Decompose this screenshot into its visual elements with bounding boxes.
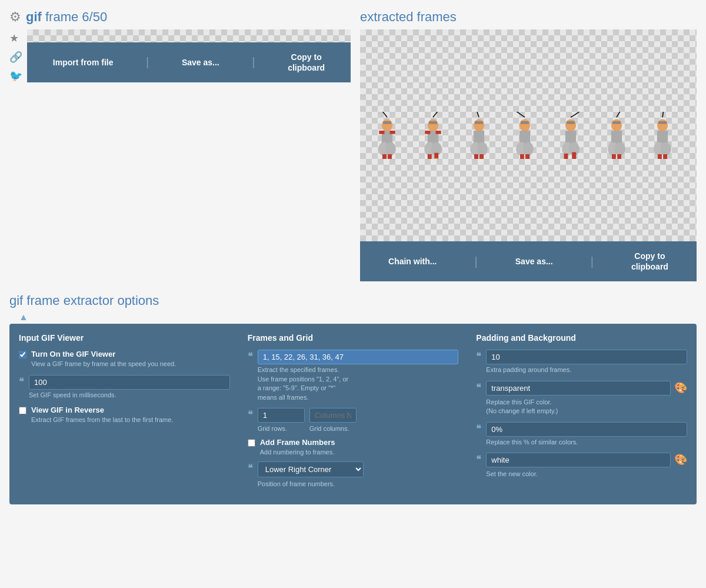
position-select[interactable]: Upper Left Corner Upper Right Corner Low… bbox=[258, 461, 364, 477]
right-action-bar: Chain with... | Save as... | Copy to cli… bbox=[360, 241, 697, 281]
svg-rect-54 bbox=[565, 131, 576, 144]
left-action-bar: Import from file | Save as... | Copy to … bbox=[27, 42, 351, 82]
turn-on-viewer-option: Turn On the GIF Viewer View a GIF frame … bbox=[19, 350, 176, 368]
frames-and-grid-title: Frames and Grid bbox=[248, 333, 459, 343]
new-color-palette-button[interactable]: 🎨 bbox=[674, 453, 687, 466]
grid-rows-label: Grid rows. bbox=[258, 425, 305, 432]
grid-rows-input[interactable] bbox=[258, 408, 305, 423]
svg-rect-64 bbox=[612, 154, 616, 159]
frames-desc: Extract the specified frames. Use frame … bbox=[258, 366, 459, 402]
star-icon[interactable]: ★ bbox=[9, 32, 22, 45]
gif-speed-input[interactable] bbox=[29, 375, 230, 390]
svg-point-70 bbox=[661, 142, 671, 155]
gif-speed-desc: Set GIF speed in milliseconds. bbox=[29, 391, 230, 400]
character-display bbox=[142, 29, 236, 31]
svg-rect-24 bbox=[388, 154, 392, 159]
turn-on-viewer-checkbox[interactable] bbox=[19, 351, 26, 358]
replace-color-input[interactable] bbox=[486, 381, 671, 396]
frame-thumb-7[interactable] bbox=[641, 109, 684, 162]
quote-icon-speed: ❝ bbox=[19, 376, 24, 387]
svg-point-45 bbox=[519, 119, 530, 132]
svg-rect-61 bbox=[611, 131, 622, 144]
new-color-desc: Set the new color. bbox=[486, 470, 687, 479]
page-title: gif frame 6/50 bbox=[26, 9, 107, 25]
collapse-arrow[interactable]: ▲ bbox=[9, 312, 697, 323]
svg-point-42 bbox=[477, 142, 488, 155]
frame-thumb-5[interactable] bbox=[550, 109, 592, 162]
svg-rect-53 bbox=[567, 121, 575, 124]
frame-thumb-3[interactable] bbox=[458, 109, 500, 162]
turn-on-viewer-desc: View a GIF frame by frame at the speed y… bbox=[31, 360, 176, 368]
svg-rect-67 bbox=[658, 121, 667, 124]
padding-desc: Extra padding around frames. bbox=[486, 366, 687, 374]
twitter-icon[interactable]: 🐦 bbox=[9, 69, 22, 82]
svg-point-37 bbox=[433, 158, 439, 159]
svg-rect-57 bbox=[564, 154, 568, 159]
svg-rect-72 bbox=[663, 154, 667, 159]
save-as-button-left[interactable]: Save as... bbox=[182, 57, 219, 68]
add-frame-numbers-checkbox[interactable] bbox=[248, 439, 255, 447]
copy-to-clipboard-button-right[interactable]: Copy to clipboard bbox=[631, 251, 668, 272]
svg-point-27 bbox=[428, 119, 438, 132]
frames-and-grid-col: Frames and Grid ❝ Extract the specified … bbox=[248, 333, 459, 494]
frame-thumb-6[interactable] bbox=[595, 109, 638, 162]
quote-icon-position: ❝ bbox=[248, 463, 253, 474]
add-frame-numbers-desc: Add numbering to frames. bbox=[260, 448, 335, 457]
side-toolbar: ★ 🔗 🐦 bbox=[9, 32, 22, 82]
svg-rect-60 bbox=[612, 121, 621, 124]
link-icon[interactable]: 🔗 bbox=[9, 51, 22, 64]
turn-on-viewer-label: Turn On the GIF Viewer bbox=[31, 350, 176, 358]
save-as-button-right[interactable]: Save as... bbox=[515, 256, 553, 267]
replace-color-desc: Replace this GIF color. (No change if le… bbox=[486, 398, 687, 416]
svg-rect-31 bbox=[436, 131, 441, 134]
svg-rect-35 bbox=[434, 153, 438, 159]
svg-rect-39 bbox=[475, 121, 483, 124]
frames-viewer bbox=[360, 29, 697, 241]
padding-input[interactable] bbox=[486, 350, 687, 364]
svg-point-38 bbox=[474, 119, 484, 132]
extracted-frames-title: extracted frames bbox=[360, 9, 697, 25]
gear-icon: ⚙ bbox=[9, 9, 21, 25]
svg-rect-65 bbox=[617, 154, 621, 159]
position-label: Position of frame numbers. bbox=[258, 480, 459, 489]
reverse-viewer-checkbox[interactable] bbox=[19, 407, 26, 414]
svg-rect-43 bbox=[474, 154, 478, 159]
similar-pct-desc: Replace this % of similar colors. bbox=[486, 438, 687, 447]
frame-thumb-1[interactable] bbox=[366, 109, 408, 162]
quote-icon-grid: ❝ bbox=[248, 409, 253, 420]
frames-input[interactable] bbox=[258, 350, 459, 364]
quote-icon-new-color: ❝ bbox=[476, 454, 481, 465]
import-from-file-button[interactable]: Import from file bbox=[53, 57, 114, 68]
quote-icon-padding: ❝ bbox=[476, 351, 481, 362]
quote-icon-frames: ❝ bbox=[248, 351, 253, 362]
gif-viewer bbox=[27, 29, 351, 42]
svg-point-49 bbox=[523, 142, 534, 155]
input-gif-viewer-title: Input GIF Viewer bbox=[19, 333, 230, 343]
grid-cols-input[interactable] bbox=[309, 408, 357, 423]
copy-to-clipboard-button-left[interactable]: Copy to clipboard bbox=[288, 52, 325, 73]
svg-rect-19 bbox=[379, 131, 384, 134]
padding-background-col: Padding and Background ❝ Extra padding a… bbox=[476, 333, 687, 494]
svg-rect-28 bbox=[429, 121, 437, 124]
frame-thumb-4[interactable] bbox=[504, 109, 546, 162]
svg-point-22 bbox=[385, 142, 396, 155]
svg-rect-20 bbox=[390, 131, 395, 134]
svg-rect-58 bbox=[572, 152, 576, 159]
svg-rect-17 bbox=[383, 121, 391, 124]
svg-rect-44 bbox=[479, 154, 484, 159]
new-color-input[interactable] bbox=[486, 453, 671, 467]
reverse-viewer-option: View GIF in Reverse Extract GIF frames f… bbox=[19, 406, 173, 424]
reverse-viewer-desc: Extract GIF frames from the last to the … bbox=[31, 416, 173, 424]
chain-with-button[interactable]: Chain with... bbox=[388, 256, 437, 267]
frame-thumb-2[interactable] bbox=[412, 109, 454, 162]
replace-color-palette-button[interactable]: 🎨 bbox=[674, 381, 687, 394]
grid-cols-label: Grid columns. bbox=[309, 425, 357, 432]
options-title: gif frame extractor options bbox=[9, 293, 697, 308]
svg-rect-34 bbox=[428, 154, 432, 159]
svg-rect-47 bbox=[519, 131, 530, 144]
similar-pct-input[interactable] bbox=[486, 422, 687, 437]
svg-rect-68 bbox=[657, 131, 668, 144]
svg-point-66 bbox=[657, 119, 668, 132]
padding-background-title: Padding and Background bbox=[476, 333, 687, 343]
svg-rect-30 bbox=[425, 131, 430, 134]
